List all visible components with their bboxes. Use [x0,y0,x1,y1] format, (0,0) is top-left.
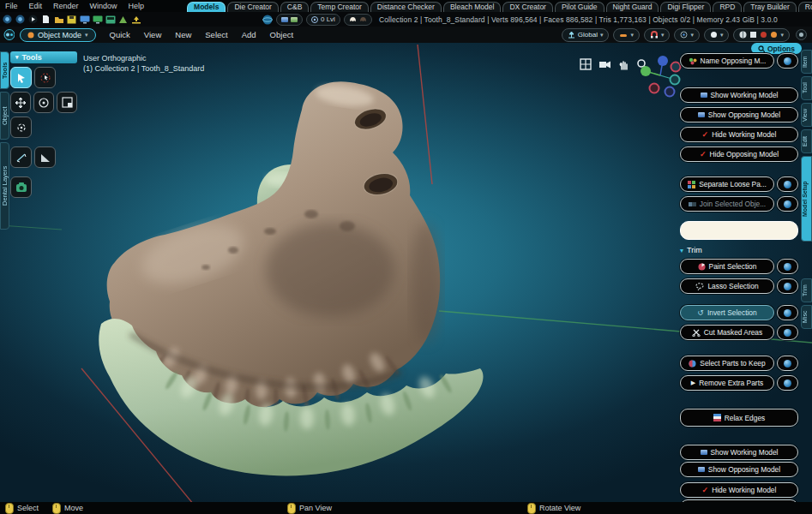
tools-panel-header[interactable]: ▾ Tools [10,51,77,63]
move-tool-button[interactable] [10,92,31,113]
scene-pair-pill[interactable] [344,14,372,26]
screen-icon[interactable] [79,15,90,25]
right-tab-trim[interactable]: Trim [801,278,812,302]
show-opposing-model-button-2[interactable]: Show Opposing Model [680,462,798,477]
right-tab-view[interactable]: View [801,103,812,127]
show-opposing-model-button[interactable]: Show Opposing Model [680,107,798,123]
world-sphere-icon[interactable] [262,15,273,25]
tab-models[interactable]: Models [187,2,226,12]
tab-pilot-guide[interactable]: Pilot Guide [555,2,604,12]
proportional-editing-pill[interactable]: ▾ [674,28,700,42]
tab-digi-flipper[interactable]: Digi Flipper [660,2,711,12]
pivot-point-pill[interactable]: ▾ [613,28,640,42]
navigation-gizmo[interactable] [638,53,683,98]
lasso-selection-button[interactable]: Lasso Selection [680,278,774,294]
rotate-tool-button[interactable] [33,92,54,113]
level-pill[interactable]: 0 Lvl [306,14,340,26]
cursor-tool-button[interactable] [10,117,32,138]
menu-new[interactable]: New [175,30,191,39]
menu-view[interactable]: View [144,30,161,39]
help-button[interactable] [777,259,798,274]
menu-object[interactable]: Object [270,30,293,39]
open-folder-icon[interactable] [53,15,64,25]
transform-orientation-pill[interactable]: Global ▾ [562,28,610,42]
protractor-tool-button[interactable] [34,146,56,168]
paint-selection-button[interactable]: Paint Selection [680,259,774,274]
left-tab-dental-layers[interactable]: Dental Layers [0,142,9,230]
select-parts-to-keep-button[interactable]: Select Parts to Keep [680,356,774,371]
camera-icon[interactable] [598,58,611,70]
menu-window[interactable]: Window [90,2,117,10]
measure-tool-button[interactable] [10,146,32,168]
hide-opposing-model-button[interactable]: ✓ Hide Opposing Model [680,146,798,162]
menu-render[interactable]: Render [53,2,79,10]
hide-working-model-button[interactable]: ✓ Hide Working Model [680,127,798,142]
name-opposing-button[interactable]: Name Opposing M... [680,53,774,69]
show-working-model-button-2[interactable]: Show Working Model [680,445,798,460]
select-tool-button[interactable] [10,67,32,88]
menu-help[interactable]: Help [129,2,145,10]
help-button[interactable] [777,278,798,294]
menu-add[interactable]: Add [242,30,256,39]
upload-icon[interactable] [130,15,141,25]
right-tab-tool[interactable]: Tool [801,76,812,100]
cut-masked-areas-button[interactable]: Cut Masked Areas [680,325,774,340]
tab-tray-builder[interactable]: Tray Builder [743,2,797,12]
select-circle-tool-button[interactable] [34,67,56,88]
viewlayer-screens-pill[interactable] [276,14,303,26]
show-working-model-button[interactable]: Show Working Model [680,87,798,103]
relax-edges-button[interactable]: Relax Edges [680,409,798,427]
menu-edit[interactable]: Edit [29,2,43,10]
tab-cb[interactable]: C&B [280,2,309,12]
left-tab-object[interactable]: Object [0,92,9,140]
mesh-triangle-icon[interactable] [117,15,129,25]
sphere-icon-2[interactable] [15,15,26,25]
tab-rpd[interactable]: RPD [713,2,742,12]
sphere-icon-1[interactable] [2,15,13,25]
help-button[interactable] [777,325,798,340]
hide-working-model-button-2[interactable]: ✓ Hide Working Model [680,482,798,498]
right-tab-model-setup[interactable]: Model Setup [801,156,812,242]
overlays-pill[interactable]: ▾ [733,28,790,42]
tab-roundtable[interactable]: Roundtable [798,2,812,12]
right-tab-misc[interactable]: Misc [801,305,812,329]
tab-die-creator[interactable]: Die Creator [227,2,278,12]
transform-tool-button[interactable] [57,92,77,113]
grid-icon[interactable] [580,58,592,70]
export-icon[interactable] [105,15,116,25]
help-button[interactable] [777,356,798,371]
viewport-3d[interactable]: User Orthographic (1) Collection 2 | Too… [0,43,812,502]
join-selected-objects-button[interactable]: Join Selected Obje... [680,196,774,212]
help-button[interactable] [777,196,798,212]
trim-section-header[interactable]: ▾ Trim [680,246,798,254]
help-button[interactable] [777,53,798,69]
menu-quick[interactable]: Quick [110,30,130,39]
help-button[interactable] [777,375,798,391]
tab-temp-creator[interactable]: Temp Creator [310,2,369,12]
help-button[interactable] [777,176,798,192]
left-tab-tools[interactable]: Tools [0,51,9,89]
menu-select[interactable]: Select [205,30,227,39]
tab-bleach-model[interactable]: Bleach Model [443,2,502,12]
help-button[interactable] [777,305,798,320]
import-icon[interactable] [92,15,103,25]
mode-selector[interactable]: Object Mode ▾ [20,28,96,42]
editor-type-icon[interactable] [3,30,15,40]
camera-view-icon[interactable] [796,30,807,40]
new-file-icon[interactable] [40,15,51,25]
snap-pill[interactable]: ▾ [644,28,671,42]
pan-hand-icon[interactable] [618,58,629,70]
tab-dx-creator[interactable]: DX Creator [502,2,553,12]
separate-loose-parts-button[interactable]: Separate Loose Pa... [680,176,774,192]
right-tab-edit[interactable]: Edit [801,129,812,153]
trim-name-field[interactable] [680,221,798,240]
tab-distance-checker[interactable]: Distance Checker [370,2,442,12]
play-icon[interactable] [27,15,39,25]
gizmo-toggle-pill[interactable]: ▾ [704,28,730,42]
right-tab-item[interactable]: Item [801,50,812,74]
menu-file[interactable]: File [5,2,18,10]
tab-night-guard[interactable]: Night Guard [606,2,659,12]
save-icon[interactable] [66,15,77,25]
invert-selection-button[interactable]: ↺ Invert Selection [680,305,774,320]
remove-extra-parts-button[interactable]: ▶ Remove Extra Parts [680,375,774,391]
